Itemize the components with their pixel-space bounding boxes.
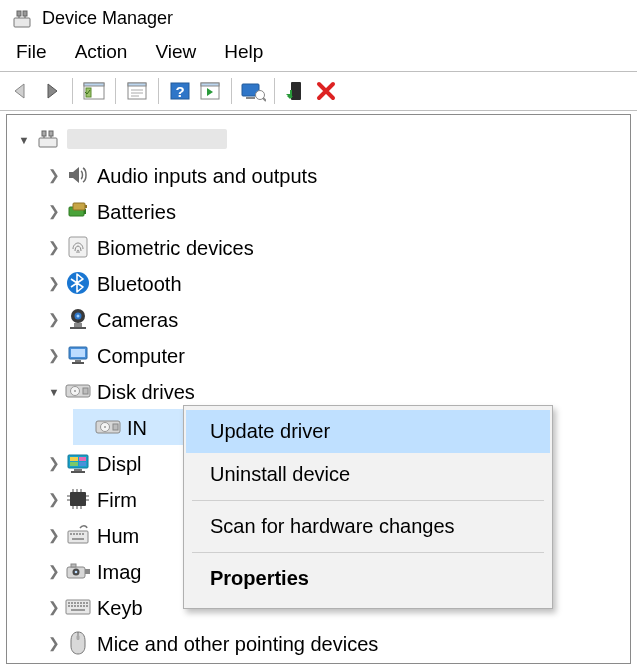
tree-item-label: Batteries (97, 200, 176, 222)
tree-item-disk-drives[interactable]: Disk drives (13, 373, 630, 409)
tree-root[interactable] (13, 121, 630, 157)
svg-rect-70 (70, 533, 72, 535)
svg-rect-75 (72, 538, 84, 540)
svg-rect-4 (25, 16, 26, 18)
svg-line-20 (263, 98, 266, 101)
expand-icon[interactable] (43, 203, 65, 219)
svg-rect-16 (201, 83, 219, 86)
svg-text:?: ? (175, 83, 184, 100)
tree-item-batteries[interactable]: Batteries (13, 193, 630, 229)
tree-item-audio[interactable]: Audio inputs and outputs (13, 157, 630, 193)
svg-rect-49 (113, 424, 118, 430)
tree-item-biometric[interactable]: Biometric devices (13, 229, 630, 265)
svg-rect-50 (68, 455, 88, 468)
svg-point-44 (74, 390, 76, 392)
toolbar-separator (274, 78, 275, 104)
menu-file[interactable]: File (16, 41, 47, 63)
svg-rect-22 (39, 138, 57, 147)
tree-item-computer[interactable]: Computer (13, 337, 630, 373)
computer-icon (65, 342, 91, 368)
svg-rect-87 (83, 602, 85, 604)
expand-icon[interactable] (43, 311, 65, 327)
menu-help[interactable]: Help (224, 41, 263, 63)
help-button[interactable]: ? (166, 77, 194, 105)
expand-icon[interactable] (43, 455, 65, 471)
ctx-properties[interactable]: Properties (186, 557, 550, 600)
svg-rect-37 (70, 327, 86, 329)
menu-view[interactable]: View (155, 41, 196, 63)
scan-hardware-button[interactable] (239, 77, 267, 105)
back-button[interactable] (7, 77, 35, 105)
svg-rect-85 (77, 602, 79, 604)
battery-icon (65, 198, 91, 224)
disk-icon (95, 414, 121, 440)
bluetooth-icon (65, 270, 91, 296)
svg-point-35 (77, 315, 80, 318)
collapse-icon[interactable] (43, 383, 65, 399)
update-driver-button[interactable] (282, 77, 310, 105)
tree-item-label: Displ (97, 452, 141, 474)
svg-rect-39 (71, 349, 85, 357)
svg-point-48 (104, 426, 106, 428)
tree-item-label: Hum (97, 524, 139, 546)
expand-icon[interactable] (43, 239, 65, 255)
ctx-uninstall-device[interactable]: Uninstall device (186, 453, 550, 496)
keyboard-icon (65, 594, 91, 620)
svg-rect-9 (128, 83, 146, 86)
tree-item-label: Disk drives (97, 380, 195, 402)
svg-rect-98 (77, 635, 80, 640)
tree-item-label: Computer (97, 344, 185, 366)
ctx-scan-hardware[interactable]: Scan for hardware changes (186, 505, 550, 548)
speaker-icon (65, 162, 91, 188)
mouse-icon (65, 630, 91, 656)
svg-rect-96 (71, 609, 85, 611)
svg-rect-30 (85, 205, 87, 208)
tree-item-label: Audio inputs and outputs (97, 164, 317, 186)
tree-item-bluetooth[interactable]: Bluetooth (13, 265, 630, 301)
svg-rect-88 (86, 602, 88, 604)
svg-rect-3 (19, 16, 20, 18)
expand-icon[interactable] (43, 599, 65, 615)
fingerprint-icon (65, 234, 91, 260)
svg-rect-24 (49, 131, 53, 136)
computer-root-icon (35, 126, 61, 152)
svg-rect-0 (14, 18, 30, 27)
tree-item-label: IN (127, 416, 147, 438)
tree-item-cameras[interactable]: Cameras (13, 301, 630, 337)
svg-rect-82 (68, 602, 70, 604)
disk-icon (65, 378, 91, 404)
toolbar-separator (231, 78, 232, 104)
expand-icon[interactable] (43, 167, 65, 183)
tree-item-label: Biometric devices (97, 236, 254, 258)
expand-icon[interactable] (43, 527, 65, 543)
svg-rect-53 (71, 471, 85, 473)
forward-button[interactable] (37, 77, 65, 105)
svg-rect-86 (80, 602, 82, 604)
ctx-update-driver[interactable]: Update driver (186, 410, 550, 453)
svg-rect-73 (79, 533, 81, 535)
toolbar-separator (115, 78, 116, 104)
device-manager-icon (12, 9, 32, 29)
expand-icon[interactable] (43, 635, 65, 651)
expand-icon[interactable] (43, 491, 65, 507)
show-hide-tree-button[interactable] (80, 77, 108, 105)
uninstall-device-button[interactable] (312, 77, 340, 105)
properties-button[interactable] (123, 77, 151, 105)
context-menu: Update driver Uninstall device Scan for … (183, 405, 553, 609)
svg-rect-6 (84, 83, 104, 86)
toolbar-separator (72, 78, 73, 104)
expand-icon[interactable] (43, 347, 65, 363)
tree-item-mice[interactable]: Mice and other pointing devices (13, 625, 630, 661)
svg-point-78 (75, 571, 78, 574)
action-button[interactable] (196, 77, 224, 105)
expand-icon[interactable] (43, 275, 65, 291)
svg-rect-26 (51, 136, 52, 138)
expand-icon[interactable] (13, 131, 35, 147)
display-icon (65, 450, 91, 476)
svg-rect-57 (79, 462, 86, 466)
svg-rect-56 (70, 462, 78, 466)
svg-rect-18 (246, 97, 255, 99)
expand-icon[interactable] (43, 563, 65, 579)
menu-action[interactable]: Action (75, 41, 128, 63)
toolbar: ? (0, 71, 637, 111)
